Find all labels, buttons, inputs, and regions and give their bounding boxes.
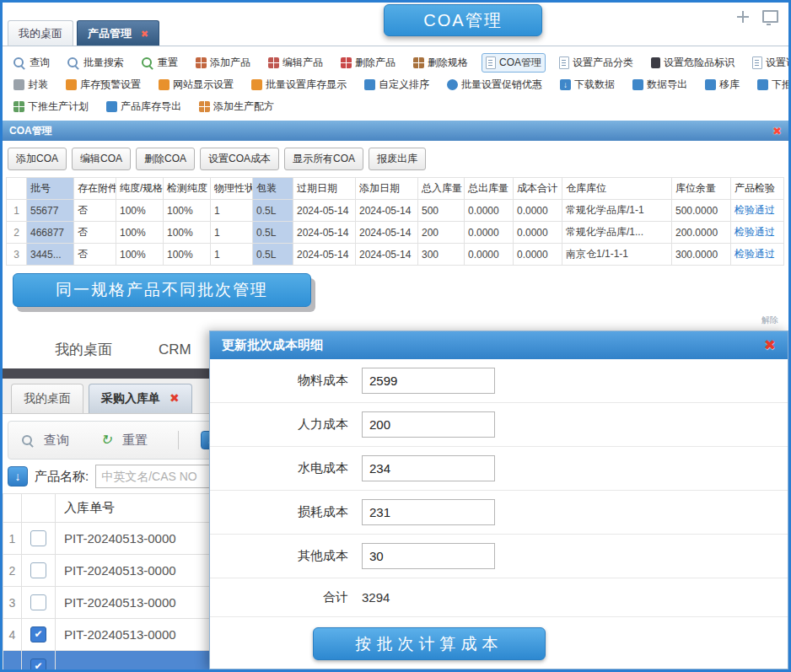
coa-table-header-row: 批号存在附件纯度/规格检测纯度物理性状包装过期日期添加日期总入库量总出库量成本合… [7,178,784,200]
toolbar-button[interactable]: 设置产品分类 [555,53,638,73]
coa-panel-body: 添加COA 编辑COA 删除COA 设置COA成本 显示所有COA 报废出库 [3,141,788,334]
cell-location-balance: 300.0000 [672,244,731,266]
tab-close-icon[interactable]: ✖ [170,391,180,405]
nav-tab-my-desktop[interactable]: 我的桌面 [55,340,112,359]
inspection-link[interactable]: 检验通过 [731,244,784,266]
toolbar-button[interactable]: 批量设置库存显示 [247,75,351,94]
tab-product-management[interactable]: 产品管理 ✖ [77,20,159,46]
toolbar-button-label: 添加生产配方 [213,99,274,114]
row-number: 3 [7,244,27,266]
pin-icon[interactable] [737,11,749,23]
toolbar-button[interactable]: COA管理 [482,53,546,73]
coa-table-row[interactable]: 2 466877 否 100% 100% 1 0.5L 2024-05-14 2… [7,222,784,244]
coa-table: 批号存在附件纯度/规格检测纯度物理性状包装过期日期添加日期总入库量总出库量成本合… [6,177,784,266]
toolbar-button[interactable]: 设置说明书 [748,53,791,73]
toolbar-button-label: 编辑产品 [282,56,323,70]
toolbar-button[interactable]: 删除产品 [336,53,400,73]
row-number: 1 [3,523,22,555]
tab-my-desktop[interactable]: 我的桌面 [8,20,73,46]
toolbar-button[interactable]: 下推项目 [753,75,791,94]
cost-input[interactable] [362,368,495,394]
inspection-link[interactable]: 检验通过 [731,200,784,222]
cost-input[interactable] [362,543,495,569]
cost-input[interactable] [362,411,495,438]
coa-table-header-cell: 物理性状 [211,178,253,200]
toolbar-button[interactable]: 下推生产计划 [9,97,93,116]
row-number: 3 [3,587,22,619]
toolbar-button[interactable]: 网站显示设置 [154,75,238,94]
row-number [3,651,22,670]
toolbar-button[interactable]: 库存预警设置 [62,75,145,94]
coa-action-button[interactable]: 显示所有COA [284,148,363,170]
cell-has-attachment: 否 [74,200,116,222]
download-data-icon [560,79,571,90]
bw-tab-purchase-inbound[interactable]: 采购入库单 ✖ [89,384,192,413]
row-checkbox[interactable] [30,659,46,669]
coa-table-row[interactable]: 1 55677 否 100% 100% 1 0.5L 2024-05-14 20… [7,200,784,222]
toolbar-button[interactable]: 重置 [137,53,182,73]
tab-close-icon[interactable]: ✖ [141,29,148,39]
dialog-button-row: 按批次计算成本 [210,617,788,660]
coa-table-header-cell: 添加日期 [356,178,418,200]
monitor-icon[interactable] [762,10,778,23]
cell-add-date: 2024-05-14 [356,222,418,244]
cell-warehouse-location: 南京仓1/1-1-1 [562,244,672,266]
toolbar-button[interactable]: 批量搜索 [63,53,128,73]
coa-table-row[interactable]: 3 3445... 否 100% 100% 1 0.5L 2024-05-14 … [7,244,784,266]
calculate-cost-button[interactable]: 按批次计算成本 [313,627,546,660]
bw-toolbar-button[interactable]: 重置 [100,433,148,449]
coa-table-header-cell: 存在附件 [74,178,116,200]
close-icon[interactable]: ✖ [772,125,782,137]
toolbar-button[interactable]: 自定义排序 [360,75,433,94]
toolbar-button-label: 下推生产计划 [28,99,89,114]
bw-tab-my-desktop[interactable]: 我的桌面 [11,384,83,413]
cost-input[interactable] [362,455,495,481]
toolbar-button[interactable]: 数据导出 [628,75,691,94]
coa-doc-icon [486,56,496,69]
toolbar-button[interactable]: 下载数据 [556,75,619,94]
coa-table-body: 1 55677 否 100% 100% 1 0.5L 2024-05-14 20… [7,200,784,266]
toolbar-button-label: 设置危险品标识 [664,56,734,70]
coa-action-button[interactable]: 删除COA [136,148,195,170]
row-checkbox[interactable] [30,530,46,546]
toolbar-button-label: 删除产品 [355,56,396,70]
toolbar-button[interactable]: 查询 [9,53,54,73]
row-checkbox[interactable] [30,562,46,578]
toolbar-button[interactable]: 批量设置促销优惠 [443,75,546,94]
toolbar-button[interactable]: 封装 [9,75,52,94]
website-display-icon [159,79,170,90]
toolbar-button[interactable]: 删除规格 [409,53,472,73]
coa-table-header-cell: 库位余量 [672,178,731,200]
coa-action-button[interactable]: 报废出库 [369,148,426,170]
coa-table-header-cell: 过期日期 [293,178,356,200]
search-icon [13,57,24,67]
toolbar-row-1: 查询 批量搜索 重置 添加产品 [9,51,782,73]
toolbar-button[interactable]: 设置危险品标识 [647,53,739,73]
bw-toolbar-button[interactable]: 查询 [22,433,69,449]
toolbar-button[interactable]: 产品库存导出 [102,97,186,116]
cost-input[interactable] [362,499,495,525]
download-icon[interactable] [8,466,28,487]
tab-label: 产品管理 [88,27,132,40]
row-checkbox[interactable] [30,594,46,610]
toolbar-row-2: 封装 库存预警设置 网站显示设置 批量设置库存显示 [9,73,782,95]
close-icon[interactable]: ✖ [764,336,776,354]
nav-tab-crm[interactable]: CRM [159,341,191,358]
row-checkbox[interactable] [30,626,46,642]
toolbar-button[interactable]: 添加生产配方 [195,97,278,116]
field-label: 物料成本 [210,373,362,389]
toolbar-button[interactable]: 移库 [701,75,744,94]
cell-batch-no: 3445... [27,244,74,266]
toolbar-button-label: COA管理 [499,56,541,70]
inspection-link[interactable]: 检验通过 [731,222,784,244]
annotation-callout-coa: COA管理 [384,4,542,36]
coa-action-button[interactable]: 设置COA成本 [200,148,279,170]
toolbar-button[interactable]: 编辑产品 [264,53,327,73]
coa-action-button[interactable]: 添加COA [8,148,67,170]
bw-th-rownum [3,494,22,523]
coa-panel: COA管理 ✖ 添加COA 编辑COA 删除COA 设置COA成本 显示所有CO… [3,121,788,334]
toolbar-button-label: 设置说明书 [766,56,791,70]
coa-action-button[interactable]: 编辑COA [72,148,131,170]
field-label: 损耗成本 [210,504,362,520]
toolbar-button[interactable]: 添加产品 [191,53,255,73]
